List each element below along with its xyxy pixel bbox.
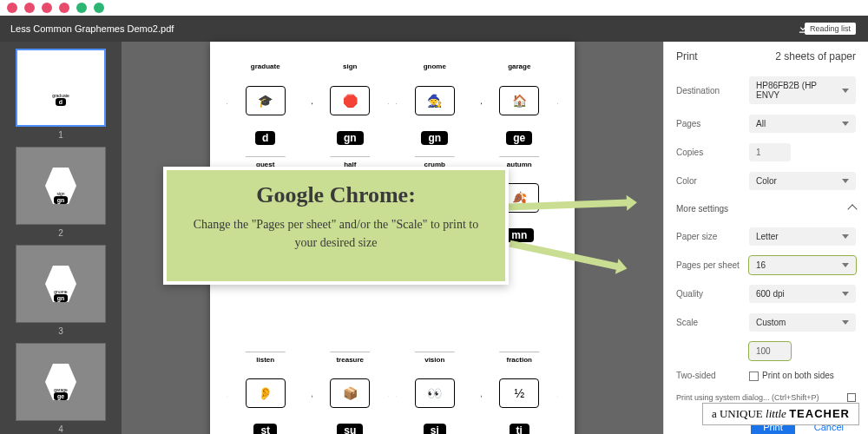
- pages-select[interactable]: All: [749, 115, 856, 133]
- brand-watermark: a UNIQUE little TEACHER: [702, 403, 859, 425]
- pages-per-sheet-label: Pages per sheet: [676, 260, 744, 270]
- callout-body: Change the "Pages per sheet" and/or the …: [186, 215, 486, 252]
- browser-tab[interactable]: [24, 3, 35, 13]
- quality-select[interactable]: 600 dpi: [749, 285, 856, 303]
- destination-label: Destination: [676, 86, 744, 95]
- hexagon-card: gnome🧙gn: [395, 57, 475, 150]
- pdf-toolbar: Less Common Graphemes Demo2.pdf: [0, 16, 868, 42]
- pdf-filename: Less Common Graphemes Demo2.pdf: [10, 23, 174, 34]
- page-thumbnail[interactable]: garagege: [16, 343, 106, 421]
- browser-tab[interactable]: [59, 3, 69, 13]
- reading-list-button[interactable]: Reading list: [805, 23, 856, 35]
- quality-label: Quality: [676, 289, 744, 299]
- copies-input[interactable]: [749, 143, 791, 161]
- scale-select[interactable]: Custom: [749, 313, 856, 332]
- pages-per-sheet-select[interactable]: 16: [749, 256, 856, 274]
- external-link-icon: [847, 393, 856, 402]
- hexagon-card: listen👂st: [226, 351, 306, 435]
- browser-tab-strip: [0, 0, 868, 16]
- two-sided-label: Two-sided: [676, 371, 744, 380]
- page-thumbnail[interactable]: gnomegn: [16, 245, 106, 323]
- browser-tab[interactable]: [76, 3, 87, 13]
- chevron-up-icon: [847, 204, 857, 214]
- scale-input[interactable]: [749, 342, 791, 360]
- hexagon-card: graduate🎓d: [226, 57, 306, 150]
- callout-title: Google Chrome:: [186, 182, 486, 208]
- page-thumbnail[interactable]: graduated: [16, 49, 106, 127]
- paper-size-label: Paper size: [676, 232, 744, 241]
- thumbnail-number: 3: [16, 326, 106, 336]
- thumbnail-number: 1: [16, 130, 106, 140]
- chevron-down-icon: [842, 263, 849, 267]
- hexagon-card: vision👀si: [395, 351, 475, 435]
- color-label: Color: [676, 176, 744, 186]
- thumbnail-number: 2: [16, 228, 106, 238]
- paper-size-select[interactable]: Letter: [749, 227, 856, 246]
- scale-label: Scale: [676, 318, 744, 327]
- chevron-down-icon: [842, 89, 849, 93]
- thumbnail-sidebar[interactable]: graduated1signgn2gnomegn3garagege4guest: [0, 42, 122, 434]
- destination-select[interactable]: HP86FB2B (HP ENVY: [749, 76, 856, 104]
- instruction-callout: Google Chrome: Change the "Pages per she…: [163, 167, 509, 285]
- print-settings-panel: Print 2 sheets of paper DestinationHP86F…: [663, 42, 868, 434]
- hexagon-card: garage🏠ge: [480, 57, 560, 150]
- chevron-down-icon: [842, 234, 849, 239]
- page-thumbnail[interactable]: signgn: [16, 147, 106, 225]
- copies-label: Copies: [676, 148, 744, 157]
- browser-tab[interactable]: [7, 3, 17, 13]
- pages-label: Pages: [676, 119, 744, 128]
- two-sided-text: Print on both sides: [762, 371, 834, 380]
- chevron-down-icon: [842, 320, 849, 325]
- hexagon-card: sign🛑gn: [311, 57, 391, 150]
- hexagon-card: fraction½ti: [480, 351, 560, 435]
- thumbnail-number: 4: [16, 424, 106, 434]
- hexagon-card: treasure📦su: [311, 351, 391, 435]
- more-settings-toggle[interactable]: More settings: [664, 195, 868, 222]
- print-title: Print: [676, 50, 698, 62]
- browser-tab[interactable]: [42, 3, 52, 13]
- two-sided-checkbox[interactable]: [749, 372, 759, 381]
- sheet-count: 2 sheets of paper: [775, 50, 856, 62]
- browser-tab[interactable]: [94, 3, 104, 13]
- chevron-down-icon: [842, 179, 849, 183]
- chevron-down-icon: [842, 292, 849, 296]
- chevron-down-icon: [842, 122, 849, 126]
- color-select[interactable]: Color: [749, 172, 856, 190]
